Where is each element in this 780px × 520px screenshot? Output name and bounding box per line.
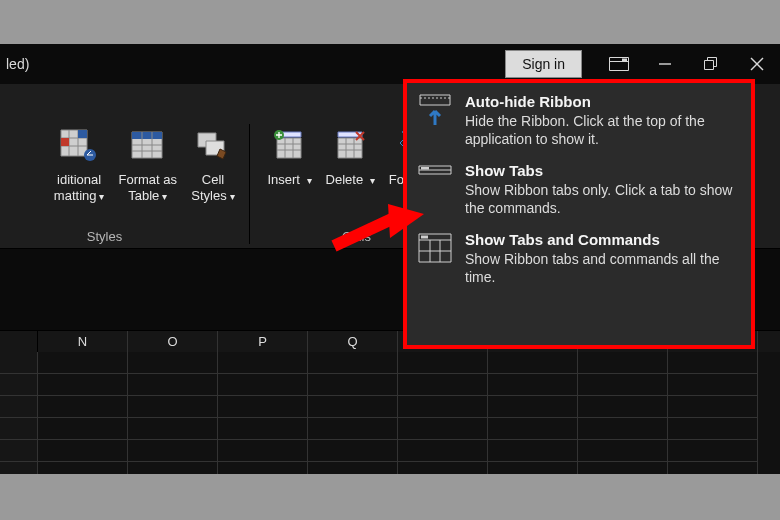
format-as-table-label: Format as Table xyxy=(118,172,177,203)
menu-item-show-tabs-and-commands[interactable]: Show Tabs and Commands Show Ribbon tabs … xyxy=(413,229,741,298)
dropdown-caret-icon: ▾ xyxy=(370,175,375,186)
menu-item-auto-hide-ribbon[interactable]: Auto-hide Ribbon Hide the Ribbon. Click … xyxy=(413,91,741,160)
auto-hide-ribbon-icon xyxy=(415,93,457,135)
delete-button[interactable]: Delete ▾ xyxy=(326,124,375,189)
close-button[interactable] xyxy=(734,44,780,84)
annotation-arrow xyxy=(330,200,430,260)
conditional-formatting-label: iditional matting xyxy=(54,172,101,203)
svg-rect-14 xyxy=(78,130,87,138)
format-as-table-button[interactable]: Format as Table▾ xyxy=(118,124,177,205)
window-controls: Sign in xyxy=(505,44,780,84)
menu-item-show-tabs[interactable]: Show Tabs Show Ribbon tabs only. Click a… xyxy=(413,160,741,229)
menu-item-title: Show Tabs and Commands xyxy=(465,231,741,248)
ribbon-display-options-menu: Auto-hide Ribbon Hide the Ribbon. Click … xyxy=(403,79,755,349)
select-all-corner[interactable] xyxy=(0,331,38,353)
column-header[interactable]: Q xyxy=(308,331,398,353)
svg-rect-34 xyxy=(338,138,362,158)
ribbon-group-styles: iditional matting▾ Format as Table▾ xyxy=(0,124,250,244)
svg-marker-54 xyxy=(388,204,424,238)
title-bar: led) Sign in xyxy=(0,44,780,84)
menu-item-description: Hide the Ribbon. Click at the top of the… xyxy=(465,112,741,148)
format-as-table-icon xyxy=(126,124,170,168)
insert-label: Insert xyxy=(267,172,300,187)
svg-rect-42 xyxy=(420,95,450,105)
cell-styles-label: Cell Styles xyxy=(191,172,226,203)
menu-item-description: Show Ribbon tabs and commands all the ti… xyxy=(465,250,741,286)
column-header[interactable]: N xyxy=(38,331,128,353)
svg-rect-46 xyxy=(421,167,429,170)
document-title-fragment: led) xyxy=(0,56,29,72)
group-title-styles: Styles xyxy=(0,229,249,244)
sign-in-button[interactable]: Sign in xyxy=(505,50,582,78)
insert-cells-icon xyxy=(267,124,311,168)
menu-item-title: Auto-hide Ribbon xyxy=(465,93,741,110)
svg-rect-2 xyxy=(622,59,627,62)
menu-item-title: Show Tabs xyxy=(465,162,741,179)
restore-button[interactable] xyxy=(688,44,734,84)
cell-styles-icon xyxy=(191,124,235,168)
svg-rect-20 xyxy=(132,132,162,139)
menu-item-description: Show Ribbon tabs only. Click a tab to sh… xyxy=(465,181,741,217)
delete-label: Delete xyxy=(326,172,364,187)
insert-button[interactable]: Insert ▾ xyxy=(267,124,311,189)
conditional-formatting-button[interactable]: iditional matting▾ xyxy=(54,124,105,205)
cell-styles-button[interactable]: Cell Styles▾ xyxy=(191,124,235,205)
minimize-button[interactable] xyxy=(642,44,688,84)
dropdown-caret-icon: ▾ xyxy=(162,191,167,202)
show-tabs-icon xyxy=(415,162,457,204)
svg-line-53 xyxy=(334,218,394,246)
svg-rect-27 xyxy=(277,138,301,158)
column-header[interactable]: P xyxy=(218,331,308,353)
dropdown-caret-icon: ▾ xyxy=(230,191,235,202)
svg-rect-13 xyxy=(61,138,69,146)
delete-cells-icon xyxy=(328,124,372,168)
conditional-formatting-icon xyxy=(57,124,101,168)
ribbon-display-options-button[interactable] xyxy=(596,44,642,84)
spreadsheet-grid[interactable] xyxy=(0,352,780,474)
svg-rect-5 xyxy=(705,61,714,70)
dropdown-caret-icon: ▾ xyxy=(307,175,312,186)
column-header[interactable]: O xyxy=(128,331,218,353)
dropdown-caret-icon: ▾ xyxy=(99,191,104,202)
